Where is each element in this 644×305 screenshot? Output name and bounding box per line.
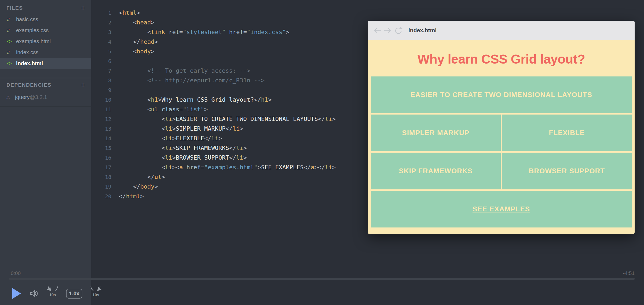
code-token: < [147,29,151,35]
line-number: 15 [91,143,119,153]
code-token: < [119,9,122,16]
skip-forward-10s-button[interactable]: 10s [89,286,102,300]
code-token: rel [169,29,179,35]
code-token [158,106,162,113]
sidebar-file-index.css[interactable]: #index.css [0,47,91,58]
grid-box-flexible: FLEXIBLE [502,115,632,151]
playback-speed-button[interactable]: 1.0x [66,289,82,299]
grid-box-label: EASIER TO CREATE TWO DIMENSIONAL LAYOUTS [410,91,592,99]
code-token [119,19,133,26]
sidebar-divider [0,106,91,106]
code-line-1[interactable]: 1<html> [91,8,644,18]
skip-back-label: 10s [49,292,56,297]
code-token: li [165,145,172,151]
code-token: < [162,145,165,151]
css-file-icon: # [7,28,16,34]
code-token: = [179,29,183,35]
sidebar: FILES + #basic.css#examples.css<>example… [0,0,91,305]
code-token [119,145,162,151]
browser-preview-window: index.html Why learn CSS Grid layout? EA… [368,21,635,234]
back-icon[interactable] [373,27,381,34]
css-file-icon: # [7,50,16,56]
files-header-label: FILES [6,5,80,11]
code-token [119,154,162,161]
code-token: link [151,29,165,35]
code-token: < [147,106,151,113]
code-token [119,125,162,132]
code-token: SIMPLER MARKUP [176,125,225,132]
code-token [225,29,229,35]
see-examples-link[interactable]: SEE EXAMPLES [473,205,530,213]
dependency-version: @3.2.1 [30,94,47,100]
code-token: li [165,125,172,132]
line-number: 7 [91,66,119,76]
code-token [183,164,186,171]
code-token: > [172,145,176,151]
line-number: 9 [91,85,119,95]
code-token: < [162,116,165,122]
sidebar-file-examples.html[interactable]: <>examples.html [0,36,91,47]
timeline-scrubber[interactable] [9,278,635,280]
reload-icon[interactable] [394,26,403,34]
skip-forward-label: 10s [92,292,99,297]
code-token: li [165,135,172,142]
sidebar-file-examples.css[interactable]: #examples.css [0,25,91,36]
code-token: > [258,164,261,171]
code-token: > [151,19,154,26]
add-file-button[interactable]: + [80,4,85,12]
code-token: < [147,96,151,103]
code-token: FLEXIBLE [176,135,204,142]
code-token: li [233,125,240,132]
code-token: < [162,154,165,161]
code-token: li [325,164,332,171]
dependency-list: ∴jquery@3.2.1 [0,92,91,103]
forward-icon[interactable] [384,27,392,34]
code-token: <!-- http://eepurl.com/c_R31n --> [147,77,265,84]
player-controls: 10s 1.0x 10s [12,287,109,300]
line-number: 19 [91,182,119,192]
code-token: Why learn CSS Grid layout? [162,96,254,103]
code-token [119,29,147,35]
code-token: > [268,96,272,103]
line-number: 8 [91,76,119,85]
code-token: </ [204,135,211,142]
play-button[interactable] [12,288,21,299]
code-token: h1 [151,96,158,103]
code-token: > [172,125,176,132]
code-token: head [137,19,151,26]
html-file-icon: <> [7,39,16,44]
code-token: > [172,154,176,161]
grid-box-simpler-markup: SIMPLER MARKUP [371,115,501,151]
code-token [165,29,169,35]
grid-box-browser-support: BROWSER SUPPORT [502,153,632,189]
code-token: head [140,38,154,45]
code-token: href [186,164,201,171]
dependency-jquery[interactable]: ∴jquery@3.2.1 [0,92,91,103]
add-dependency-button[interactable]: + [80,81,85,89]
code-token: > [314,164,318,171]
code-token: > [332,164,336,171]
file-name: index.html [16,60,43,67]
code-token [119,183,133,190]
sidebar-file-basic.css[interactable]: #basic.css [0,14,91,25]
code-token: "stylesheet" [183,29,225,35]
code-token: ul [151,106,158,113]
remaining-time: -4:51 [623,270,635,276]
code-token: > [243,154,247,161]
code-token: SEE EXAMPLES [261,164,304,171]
code-token: class [162,106,179,113]
code-token: li [211,135,218,142]
code-token [119,67,147,74]
sidebar-file-index.html[interactable]: <>index.html [0,58,91,69]
code-token: > [140,193,144,200]
volume-icon[interactable] [30,289,39,297]
html-file-icon: <> [7,61,16,66]
line-number: 4 [91,37,119,47]
grid-box-see-examples[interactable]: SEE EXAMPLES [371,191,632,227]
code-token: > [243,145,247,151]
skip-back-10s-button[interactable]: 10s [46,286,59,300]
code-token: li [165,154,172,161]
code-token: < [162,125,165,132]
line-number: 2 [91,18,119,27]
code-token [119,96,147,103]
